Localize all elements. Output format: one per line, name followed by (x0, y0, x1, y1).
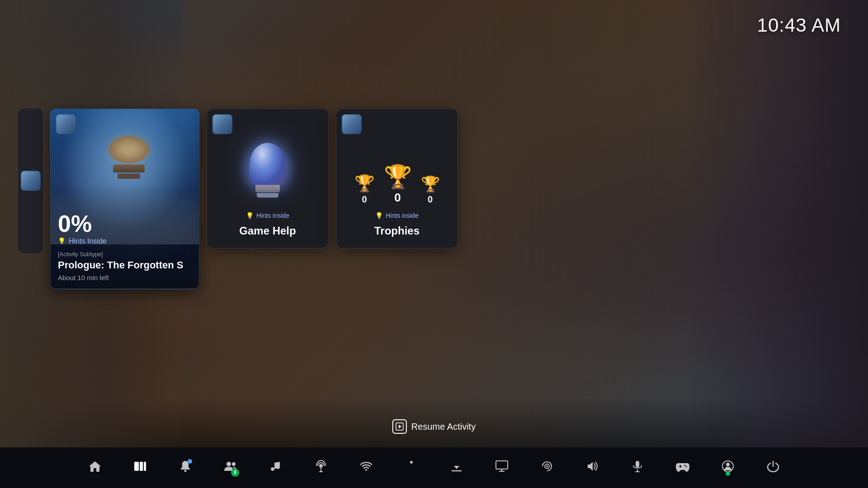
gold-trophy-item: 🏆 0 (384, 165, 412, 205)
volume-icon (586, 460, 599, 476)
svg-point-6 (226, 462, 231, 466)
trophies-footer: 💡 Hints inside Trophies (374, 212, 420, 237)
podcast-icon (315, 460, 327, 476)
nav-remote-play[interactable] (479, 447, 524, 488)
nav-friends[interactable]: 8 (208, 447, 253, 488)
music-icon (270, 460, 282, 476)
remote-play-icon (495, 460, 508, 475)
controller-icon (675, 460, 690, 475)
nav-accessibility[interactable] (389, 447, 434, 488)
hints-badge: 💡 Hints Inside (58, 237, 192, 245)
gold-trophy-count: 0 (394, 191, 401, 205)
resume-activity-button[interactable]: Resume Activity (392, 419, 476, 434)
resume-icon (392, 419, 407, 434)
activity-time-left: About 10 min left (58, 274, 192, 282)
svg-point-7 (232, 462, 236, 466)
trophies-card[interactable]: 🏆 0 🏆 0 🏆 0 💡 Hints inside Trophies (336, 108, 458, 249)
nav-bar: 8 (0, 447, 868, 488)
svg-point-18 (546, 465, 548, 467)
silver-trophy-item: 🏆 0 (354, 175, 375, 205)
nav-avatar[interactable] (705, 447, 750, 488)
svg-point-8 (319, 464, 323, 468)
resume-label: Resume Activity (411, 422, 476, 432)
trophies-hints-row: 💡 Hints inside (375, 212, 418, 219)
nav-music[interactable] (253, 447, 298, 488)
game-help-footer: 💡 Hints inside Game Help (239, 212, 296, 237)
nav-podcast[interactable] (298, 447, 344, 488)
svg-point-11 (365, 469, 367, 471)
char-right-atmosphere (687, 0, 868, 452)
progress-percentage: 0% (58, 212, 192, 235)
svg-point-25 (726, 463, 730, 466)
side-card-icon (21, 171, 41, 191)
nav-network[interactable] (344, 447, 389, 488)
trophies-hints-label: Hints inside (386, 212, 418, 219)
accessibility-icon (405, 460, 418, 476)
game-help-thumbnail (212, 114, 232, 134)
activity-card[interactable]: 0% 💡 Hints Inside [Activity Subtype] Pro… (50, 108, 199, 289)
avatar-icon (722, 460, 734, 476)
trophies-game-thumbnail (342, 114, 362, 134)
svg-point-23 (686, 466, 687, 467)
bronze-trophy-icon: 🏆 (421, 176, 440, 192)
avatar-online-dot (726, 471, 730, 476)
trophies-title: Trophies (374, 225, 420, 237)
gold-trophy-icon: 🏆 (384, 165, 412, 188)
game-help-hints-label: Hints inside (256, 212, 289, 219)
nav-download[interactable] (434, 447, 479, 488)
download-icon (451, 460, 462, 476)
friends-badge: 8 (231, 469, 239, 477)
nav-game-library[interactable] (118, 447, 163, 488)
svg-rect-14 (496, 461, 508, 469)
side-card-partial[interactable] (18, 108, 43, 253)
trophies-hints-icon: 💡 (375, 212, 383, 219)
silver-trophy-icon: 🏆 (354, 175, 375, 192)
activity-card-content: 0% 💡 Hints Inside [Activity Subtype] Pro… (51, 185, 199, 289)
notification-dot (188, 459, 192, 464)
svg-point-22 (684, 465, 686, 466)
game-help-hints-icon: 💡 (246, 212, 254, 219)
hints-inside-label: Hints Inside (69, 237, 107, 245)
svg-rect-3 (140, 462, 143, 471)
nav-home[interactable] (72, 447, 118, 488)
nav-capture[interactable] (524, 447, 570, 488)
nav-microphone[interactable] (615, 447, 660, 488)
lightbulb-container (250, 143, 286, 197)
nav-controller[interactable] (660, 447, 705, 488)
game-help-hints-row: 💡 Hints inside (246, 212, 289, 219)
clock: 10:43 AM (757, 14, 841, 36)
activity-subtype: [Activity Subtype] (58, 251, 192, 258)
svg-rect-19 (636, 461, 639, 467)
bronze-trophy-item: 🏆 0 (421, 176, 440, 205)
game-help-card[interactable]: 💡 Hints inside Game Help (207, 108, 329, 249)
home-icon (88, 460, 102, 476)
nav-notifications[interactable] (163, 447, 208, 488)
nav-power[interactable] (750, 447, 796, 488)
capture-icon (541, 460, 553, 476)
svg-rect-4 (144, 462, 146, 471)
network-icon (360, 460, 373, 476)
friends-icon: 8 (224, 460, 237, 476)
silver-trophy-count: 0 (362, 194, 367, 205)
microphone-icon (632, 460, 643, 476)
activity-game-thumbnail (56, 114, 76, 134)
svg-point-5 (184, 469, 187, 472)
nav-sound[interactable] (570, 447, 615, 488)
bronze-trophy-count: 0 (428, 194, 433, 205)
game-help-title: Game Help (239, 225, 296, 237)
hints-bulb-icon: 💡 (58, 237, 66, 245)
svg-point-12 (410, 461, 413, 464)
activity-title: Prologue: The Forgotten S (58, 259, 192, 271)
cards-area: 0% 💡 Hints Inside [Activity Subtype] Pro… (18, 108, 458, 289)
power-icon (767, 460, 779, 476)
svg-marker-1 (399, 425, 401, 428)
resume-area: Resume Activity (392, 419, 476, 434)
bell-icon (179, 460, 191, 476)
trophies-display: 🏆 0 🏆 0 🏆 0 (354, 165, 440, 205)
game-library-icon (133, 460, 147, 476)
svg-rect-2 (134, 462, 139, 471)
